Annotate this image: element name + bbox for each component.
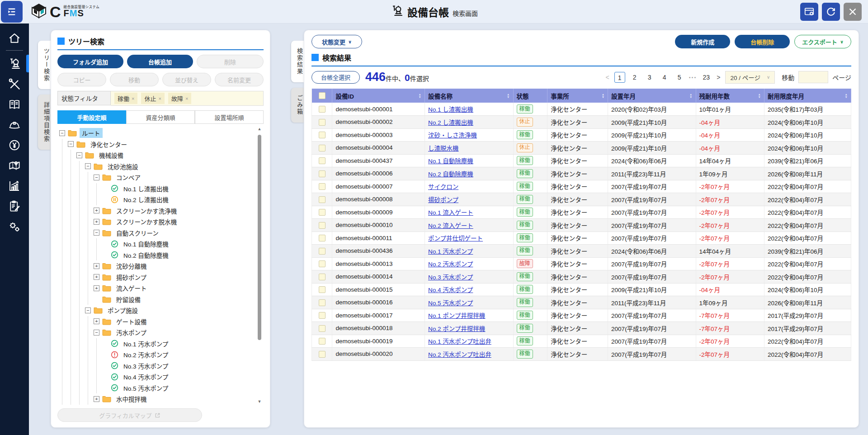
yen-icon[interactable] xyxy=(0,135,29,155)
sort-arrows-icon[interactable]: ▲▼ xyxy=(756,93,761,99)
equipment-name-link[interactable]: No.2 し渣搬出機 xyxy=(428,119,473,126)
order-tab[interactable]: 設置場所順 xyxy=(195,110,264,124)
expand-node-icon[interactable]: + xyxy=(94,219,99,225)
chart-icon[interactable] xyxy=(0,175,29,196)
expand-node-icon[interactable]: + xyxy=(94,263,99,269)
expand-node-icon[interactable]: + xyxy=(94,396,99,402)
column-header[interactable]: 耐用限度年月▲▼ xyxy=(764,89,851,103)
tree-node-label[interactable]: 水中撹拌機 xyxy=(114,394,149,404)
tree-node-label[interactable]: No.2 自動除塵機 xyxy=(121,250,171,260)
tree-scrollbar[interactable]: ▲ ▼ xyxy=(256,127,263,404)
status-filter-input[interactable]: 稼働×休止×故障× xyxy=(111,91,264,106)
tree-node-label[interactable]: No.1 自動除塵機 xyxy=(121,239,171,249)
equipment-name-link[interactable]: No.1 自動除塵機 xyxy=(428,158,473,165)
column-header[interactable]: 設置年月▲▼ xyxy=(608,89,696,103)
collapse-node-icon[interactable]: − xyxy=(68,141,74,147)
expand-node-icon[interactable]: + xyxy=(94,285,99,291)
equipment-name-link[interactable]: No.3 汚水ポンプ xyxy=(428,274,473,281)
order-tab[interactable]: 手動設定順 xyxy=(57,110,126,124)
tree-node[interactable]: No.4 汚水ポンプ xyxy=(59,371,255,383)
remove-tag-icon[interactable]: × xyxy=(158,96,161,101)
collapse-node-icon[interactable]: − xyxy=(85,163,91,169)
tree-action-button[interactable]: フォルダ追加 xyxy=(57,55,123,68)
tree-node[interactable]: +ゲート設備 xyxy=(59,316,255,327)
row-checkbox[interactable] xyxy=(319,170,326,177)
tree-action-button[interactable]: 移動 xyxy=(110,73,159,86)
tree-node-label[interactable]: No.2 汚水ポンプ xyxy=(121,350,170,359)
tree-node[interactable]: −機械設備 xyxy=(59,150,255,161)
create-new-button[interactable]: 新規作成 xyxy=(675,35,730,48)
goto-page-input[interactable] xyxy=(798,71,828,83)
window-close-button[interactable] xyxy=(800,3,818,21)
tree-node-label[interactable]: No.3 汚水ポンプ xyxy=(121,361,170,371)
menu-button[interactable] xyxy=(1,1,23,23)
tree-node[interactable]: No.1 自動除塵機 xyxy=(59,238,255,250)
status-change-button[interactable]: 状態変更∨ xyxy=(311,35,362,48)
sort-arrows-icon[interactable]: ▲▼ xyxy=(688,93,692,99)
helmet-icon[interactable] xyxy=(0,114,29,135)
page-number[interactable]: 2 xyxy=(629,72,640,83)
tree-node-label[interactable]: 自動スクリーン xyxy=(114,228,161,238)
collapse-node-icon[interactable]: − xyxy=(94,175,99,180)
page-number[interactable]: 4 xyxy=(659,72,670,83)
tree-node[interactable]: −沈砂池施設 xyxy=(59,161,255,172)
tree-node-label[interactable]: コンベア xyxy=(114,172,143,182)
order-tab[interactable]: 資産分類順 xyxy=(126,110,195,124)
column-header[interactable]: 事業所▲▼ xyxy=(547,89,608,103)
column-header[interactable]: 残耐用年数▲▼ xyxy=(696,89,764,103)
tree-node-label[interactable]: 貯留設備 xyxy=(114,294,143,304)
select-all-checkbox[interactable] xyxy=(319,92,326,99)
tree-node[interactable]: No.3 汚水ポンプ xyxy=(59,360,255,372)
equipment-name-link[interactable]: No.1 汚水ポンプ吐出弁 xyxy=(428,338,491,345)
tree-action-button[interactable]: 台帳追加 xyxy=(127,55,193,68)
clipboard-icon[interactable] xyxy=(0,196,29,216)
scroll-up-icon[interactable]: ▲ xyxy=(256,127,263,131)
tree-node[interactable]: −汚水ポンプ xyxy=(59,327,255,338)
row-checkbox[interactable] xyxy=(319,222,326,229)
sort-arrows-icon[interactable]: ▲▼ xyxy=(417,93,421,99)
tree-node[interactable]: +揚砂ポンプ xyxy=(59,272,255,283)
tab-tree-search[interactable]: ツリー検索 xyxy=(38,41,51,89)
collapse-node-icon[interactable]: − xyxy=(94,330,99,336)
sort-arrows-icon[interactable]: ▲▼ xyxy=(843,93,848,99)
tree-node-label[interactable]: 沈砂池施設 xyxy=(105,161,141,171)
tab-trash[interactable]: ごみ箱 xyxy=(291,88,304,123)
row-checkbox[interactable] xyxy=(319,209,326,216)
home-icon[interactable] xyxy=(0,28,29,48)
tree-node[interactable]: No.2 し渣搬出機 xyxy=(59,194,255,205)
gears-icon[interactable] xyxy=(0,216,29,236)
tree-node-label[interactable]: ポンプ施設 xyxy=(105,305,140,315)
tree-node-label[interactable]: 流入ゲート xyxy=(114,283,149,293)
row-checkbox[interactable] xyxy=(319,157,326,164)
row-checkbox[interactable] xyxy=(319,196,326,203)
row-checkbox[interactable] xyxy=(319,235,326,241)
tree-node[interactable]: −自動スクリーン xyxy=(59,227,255,239)
page-number[interactable]: 5 xyxy=(674,72,685,83)
next-page-icon[interactable]: > xyxy=(716,74,721,81)
tab-detail-item-search[interactable]: 詳細項目検索 xyxy=(38,95,51,150)
sort-arrows-icon[interactable]: ▲▼ xyxy=(600,93,604,99)
row-checkbox[interactable] xyxy=(319,106,326,113)
tree-action-button[interactable]: 削除 xyxy=(197,55,264,68)
scrollbar-thumb[interactable] xyxy=(258,135,261,340)
row-checkbox[interactable] xyxy=(319,119,326,126)
tree-node[interactable]: No.2 汚水ポンプ xyxy=(59,349,255,360)
tree-node[interactable]: −浄化センター xyxy=(59,139,255,150)
row-checkbox[interactable] xyxy=(319,351,326,358)
equipment-ledger-icon[interactable] xyxy=(0,53,29,74)
tree-node-label[interactable]: 汚水ポンプ xyxy=(114,327,149,337)
tree-node-label[interactable]: スクリーンかす洗浄機 xyxy=(114,206,179,216)
remove-tag-icon[interactable]: × xyxy=(132,96,134,101)
graphical-map-button[interactable]: グラフィカルマップ xyxy=(57,408,202,422)
tree-node-label[interactable]: ゲート設備 xyxy=(114,317,149,326)
equipment-name-link[interactable]: し渣脱水機 xyxy=(428,145,459,152)
equipment-name-link[interactable]: No.1 ポンプ井撹拌機 xyxy=(428,312,485,319)
tab-search-results[interactable]: 検索結果 xyxy=(291,41,304,82)
expand-node-icon[interactable]: + xyxy=(94,208,99,213)
page-number[interactable]: 23 xyxy=(701,72,712,83)
tree-node-label[interactable]: No.4 汚水ポンプ xyxy=(121,372,170,382)
equipment-name-link[interactable]: No.2 ポンプ井撹拌機 xyxy=(428,326,485,332)
tree-node[interactable]: +水中撹拌機 xyxy=(59,393,255,405)
close-button[interactable] xyxy=(844,3,862,21)
row-checkbox[interactable] xyxy=(319,325,326,332)
